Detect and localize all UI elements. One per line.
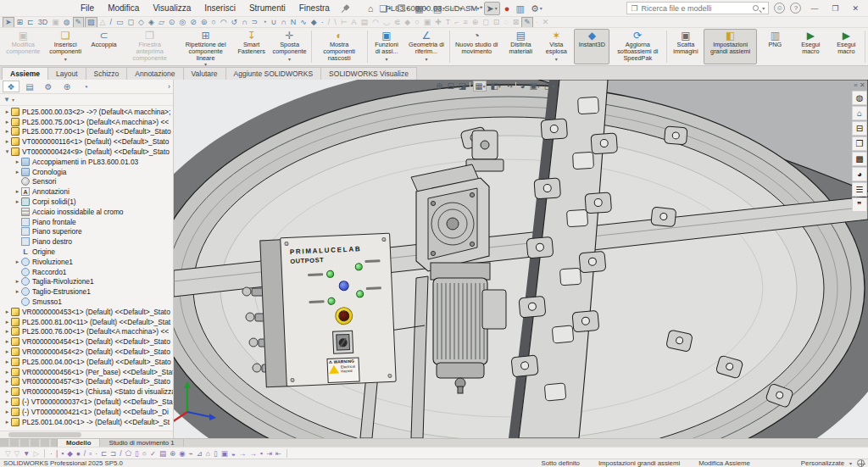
undo-icon[interactable]: ↶▾ xyxy=(449,3,464,14)
accoppia-button[interactable]: ⊂Accoppia xyxy=(86,29,122,64)
taskpane-collapse-icon[interactable]: « xyxy=(854,81,857,89)
panel-expand-arrow-icon[interactable]: › xyxy=(168,82,170,91)
tree-item[interactable]: ▾VT0000000424<9> (Default) <<Default>_St… xyxy=(0,147,173,157)
selection-filter-icon[interactable]: ▼ xyxy=(22,449,31,458)
sketch-tool-icon[interactable]: ◆ xyxy=(309,18,319,27)
tree-item[interactable]: ▸PL25.000.75.00<1> (Default<A macchina>)… xyxy=(0,117,173,127)
home-icon[interactable]: ⌂ xyxy=(366,3,376,14)
tree-item[interactable]: ▸PL25.000.04.00<1> (Default) <<Default>_… xyxy=(0,357,173,367)
tab-solidworks-visualize[interactable]: SOLIDWORKS Visualize xyxy=(320,67,417,80)
menu-item-finestra[interactable]: Finestra xyxy=(293,2,336,14)
dropdown-caret-icon[interactable]: ▾ xyxy=(483,84,486,89)
sketch-tool-icon[interactable]: ◎ xyxy=(177,18,187,27)
expand-arrow-icon[interactable]: ▸ xyxy=(14,188,21,195)
selection-filter-icon[interactable]: ◉ xyxy=(178,449,186,458)
selection-filter-icon[interactable]: · xyxy=(49,449,53,458)
tab-valutare[interactable]: Valutare xyxy=(183,67,226,80)
sketch-tool-icon[interactable]: △ xyxy=(98,18,108,27)
sketch-tool-icon[interactable]: ◇ xyxy=(136,18,146,27)
selection-filter-icon[interactable]: | xyxy=(55,449,58,458)
selection-filter-icon[interactable]: → xyxy=(238,449,248,458)
sketch-tool-icon[interactable]: ⊠ xyxy=(511,18,521,27)
selection-filter-icon[interactable]: / xyxy=(83,449,86,458)
dropdown-caret-icon[interactable]: ▾ xyxy=(406,3,409,14)
configurationmanager-tab[interactable]: ⚙ xyxy=(40,81,57,92)
selection-filter-icon[interactable]: ▤ xyxy=(159,449,167,458)
sketch-tool-icon[interactable]: · xyxy=(320,18,326,27)
view-palette-icon[interactable]: ▩ xyxy=(852,152,867,166)
selection-filter-icon[interactable]: ⊏ xyxy=(100,449,108,458)
selection-filter-icon[interactable]: ▣ xyxy=(220,449,229,458)
sketch-tool-icon[interactable]: ⊘ xyxy=(188,18,198,27)
sketch-tool-icon[interactable]: ✎ xyxy=(73,17,85,28)
selection-filter-icon[interactable]: ⌁ xyxy=(188,449,194,458)
tree-item[interactable]: Sensori xyxy=(0,177,173,187)
propertymanager-tab[interactable]: ▤ xyxy=(21,81,38,92)
minimize-button[interactable]: — xyxy=(806,4,822,13)
sketch-tool-icon[interactable]: ⊡ xyxy=(492,18,502,27)
expand-arrow-icon[interactable]: ▸ xyxy=(14,198,21,205)
sketch-tool-icon[interactable]: ✎ xyxy=(521,17,533,28)
dropdown-caret-icon[interactable]: ▾ xyxy=(386,57,388,63)
sketch-tool-icon[interactable]: ⌐ xyxy=(453,18,460,27)
expand-arrow-icon[interactable]: ▸ xyxy=(3,409,11,415)
selection-filter-icon[interactable]: ▯ xyxy=(213,449,219,458)
sketch-tool-icon[interactable]: ◻ xyxy=(481,18,490,27)
tab-annotazione[interactable]: Annotazione xyxy=(126,67,183,80)
tree-item[interactable]: ▸(-) VT0000000421<1> (Default) <<Default… xyxy=(0,407,173,417)
sketch-tool-icon[interactable]: ➤ xyxy=(3,17,14,28)
funzioni-di-assieme-button[interactable]: ▣Funzioni di assi...▾ xyxy=(369,29,405,64)
sketch-tool-icon[interactable]: ▤ xyxy=(359,18,370,27)
selection-filter-icon[interactable]: ⇤ xyxy=(275,449,282,458)
tree-item[interactable]: ▸PL25.000.00.03<2> ->? (Default<A macchi… xyxy=(0,107,173,117)
tree-item[interactable]: ▸PL25.000.81.00<11> (Default) <<Default>… xyxy=(0,317,173,327)
selection-filter-icon[interactable]: · xyxy=(94,449,98,458)
sketch-tool-icon[interactable]: ◌ xyxy=(502,18,509,27)
sketch-tool-icon[interactable]: ⊕ xyxy=(470,18,481,27)
expand-arrow-icon[interactable]: ▸ xyxy=(3,128,11,135)
tree-item[interactable]: Piano superiore xyxy=(0,227,173,237)
selection-filter-icon[interactable]: ▽ xyxy=(4,449,12,458)
tree-item[interactable]: Piano destro xyxy=(0,236,173,247)
selection-filter-icon[interactable]: ⊕ xyxy=(169,449,176,458)
inserisci-componenti-button[interactable]: ❏Inserisci componenti▾ xyxy=(45,29,86,64)
sketch-tool-icon[interactable]: ◠ xyxy=(219,18,229,27)
nuovo-studio-di-movimento-button[interactable]: ◔Nuovo studio di movimento xyxy=(450,29,503,64)
view-settings-icon[interactable]: ▢▾ xyxy=(543,81,555,91)
search-input[interactable] xyxy=(641,4,749,13)
sketch-tool-icon[interactable]: ∩ xyxy=(240,18,248,27)
selection-filter-icon[interactable]: ▷ xyxy=(33,449,41,458)
selection-filter-icon[interactable]: ▪ xyxy=(60,449,64,458)
pin-menu-icon[interactable] xyxy=(339,2,351,14)
tree-item[interactable]: ▸Corpi solidi(1) xyxy=(0,197,173,207)
redo-icon[interactable]: ↷▾ xyxy=(466,3,481,14)
scatta-immagini-button[interactable]: ▣Scatta immagini xyxy=(668,29,704,64)
mostra-componenti-nascosti-button[interactable]: ◐Mostra componenti nascosti xyxy=(312,29,366,64)
search-scope-icon[interactable]: ❐ xyxy=(631,4,637,13)
sketch-tool-icon[interactable]: ∩ xyxy=(279,18,287,27)
sketch-tool-icon[interactable]: ≡ xyxy=(461,18,469,27)
tree-item[interactable]: ▸VR0000000454<2> (Default) <<Default>_St… xyxy=(0,347,173,357)
sketch-tool-icon[interactable]: ⊏ xyxy=(25,18,36,27)
sketch-tool-icon[interactable]: ▣ xyxy=(422,18,433,27)
design-library-icon[interactable]: ⊟ xyxy=(852,121,867,136)
expand-arrow-icon[interactable]: ▸ xyxy=(3,388,11,395)
sketch-tool-icon[interactable]: / xyxy=(108,18,114,27)
tab-assieme[interactable]: Assieme xyxy=(2,67,48,80)
tree-item[interactable]: ▸Accoppiamenti in PL83.600.01.03 xyxy=(0,157,173,167)
dropdown-caret-icon[interactable]: ▾ xyxy=(388,3,391,14)
customize-caret-icon[interactable]: ▾ xyxy=(849,460,852,466)
apply-scene-icon[interactable]: ▣▾ xyxy=(529,81,541,91)
expand-arrow-icon[interactable]: ▸ xyxy=(3,348,11,355)
sposta-componente-button[interactable]: ✛Sposta componente▾ xyxy=(270,29,310,64)
sketch-tool-icon[interactable]: \ xyxy=(332,18,338,27)
expand-arrow-icon[interactable]: ▸ xyxy=(3,328,11,335)
comments-icon[interactable]: ❞ xyxy=(852,197,867,212)
sketch-tool-icon[interactable]: ∪ xyxy=(270,18,279,27)
edit-appearance-icon[interactable]: ◕ xyxy=(519,81,526,91)
expand-arrow-icon[interactable]: ▾ xyxy=(3,148,11,155)
expand-arrow-icon[interactable]: ▸ xyxy=(3,119,11,125)
tree-item[interactable]: ▸PL25.000.76.00<1> (Default<A macchina>)… xyxy=(0,327,173,337)
sketch-tool-icon[interactable]: ◠ xyxy=(370,18,381,27)
print-icon[interactable]: ▤▾ xyxy=(431,3,447,14)
